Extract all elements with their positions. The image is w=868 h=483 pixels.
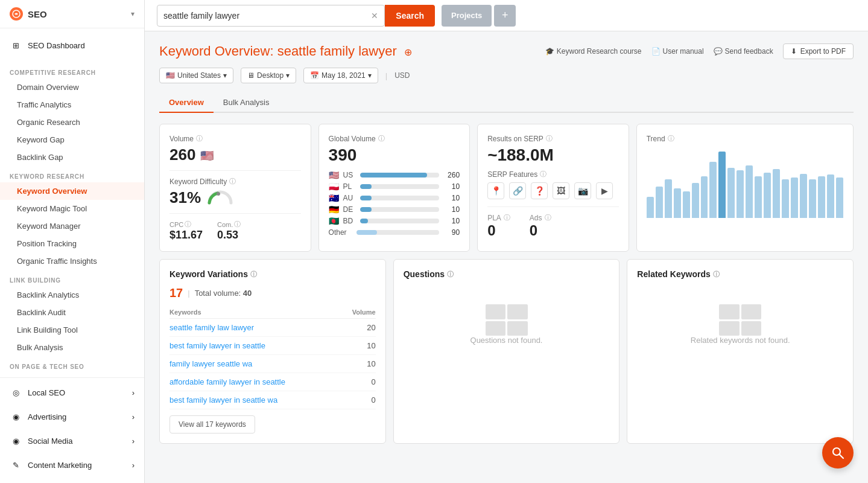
search-wrapper: ✕: [157, 5, 385, 27]
trend-bar: [755, 176, 762, 218]
sidebar-item-position-tracking[interactable]: Position Tracking: [0, 235, 144, 252]
projects-button[interactable]: Projects: [442, 5, 492, 27]
kv-count: 17: [169, 286, 183, 300]
sidebar-item-keyword-magic-tool[interactable]: Keyword Magic Tool: [0, 200, 144, 217]
volume-info-icon[interactable]: ⓘ: [196, 134, 203, 143]
kw-link[interactable]: best family lawyer in seattle wa: [169, 395, 277, 405]
search-button[interactable]: Search: [385, 5, 435, 27]
sidebar-item-traffic-analytics[interactable]: Traffic Analytics: [0, 96, 144, 114]
country-filter[interactable]: 🇺🇸 United States ▾: [159, 68, 233, 83]
sidebar-item-content-marketing[interactable]: ✎ Content Marketing ›: [0, 453, 144, 477]
com-info-icon[interactable]: ⓘ: [234, 220, 241, 229]
sidebar-item-advertising[interactable]: ◉ Advertising ›: [0, 405, 144, 429]
trend-bar: [718, 152, 726, 218]
table-row: family lawyer seattle wa10: [169, 355, 376, 373]
search-clear-icon[interactable]: ✕: [371, 11, 378, 21]
local-seo-label: Local SEO: [28, 388, 65, 397]
course-icon: 🎓: [545, 47, 554, 56]
serp-icon-image[interactable]: 🖼: [553, 182, 569, 199]
sidebar-section-keyword: KEYWORD RESEARCH Keyword Overview Keywor…: [0, 166, 144, 270]
trend-label: Trend ⓘ: [647, 134, 843, 143]
kw-link[interactable]: family lawyer seattle wa: [169, 359, 252, 368]
country-label: United States: [177, 71, 221, 80]
kw-keyword: seattle family law lawyer: [169, 319, 341, 337]
sidebar-section-onpage: ON PAGE & TECH SEO: [0, 356, 144, 373]
add-project-button[interactable]: +: [494, 5, 516, 27]
sidebar-item-domain-overview[interactable]: Domain Overview: [0, 78, 144, 96]
tab-bulk-analysis[interactable]: Bulk Analysis: [214, 93, 279, 113]
fab-search-button[interactable]: [822, 437, 854, 469]
view-all-keywords-button[interactable]: View all 17 keywords: [169, 415, 255, 433]
device-icon: 🖥: [247, 71, 255, 80]
sidebar-item-link-building-tool[interactable]: Link Building Tool: [0, 321, 144, 339]
cpc-com-row: CPC ⓘ $11.67 Com. ⓘ 0.53: [169, 220, 301, 242]
cpc-info-icon[interactable]: ⓘ: [185, 220, 191, 229]
col-volume: Volume: [341, 306, 376, 319]
serp-info-icon[interactable]: ⓘ: [546, 134, 553, 143]
serp-icon-play[interactable]: ▶: [596, 182, 613, 199]
kd-label: Keyword Difficulty ⓘ: [169, 177, 301, 186]
gv-flag-icon: 🇦🇺: [329, 194, 340, 202]
kv-info-icon[interactable]: ⓘ: [250, 270, 257, 279]
sidebar-item-keyword-gap[interactable]: Keyword Gap: [0, 131, 144, 149]
search-input[interactable]: [163, 11, 367, 21]
sidebar-item-local-seo[interactable]: ◎ Local SEO ›: [0, 380, 144, 405]
questions-info-icon[interactable]: ⓘ: [447, 270, 454, 279]
kw-link[interactable]: best family lawyer in seattle: [169, 341, 265, 350]
trend-bar: [737, 170, 744, 218]
serp-icon-photo[interactable]: 📷: [574, 182, 591, 199]
date-filter[interactable]: 📅 May 18, 2021 ▾: [303, 68, 378, 83]
dashboard-icon: ⊞: [10, 39, 22, 51]
sidebar-collapse-icon[interactable]: ▾: [131, 10, 135, 18]
serp-features-info-icon[interactable]: ⓘ: [540, 170, 546, 179]
kw-volume: 20: [341, 319, 376, 337]
trend-info-icon[interactable]: ⓘ: [668, 134, 674, 143]
add-keyword-icon[interactable]: ⊕: [404, 47, 412, 57]
serp-value: ~188.0M: [487, 146, 619, 165]
pla-info-icon[interactable]: ⓘ: [504, 213, 510, 222]
pla-block: PLA ⓘ 0: [487, 213, 510, 239]
filters-bar: 🇺🇸 United States ▾ 🖥 Desktop ▾ 📅 May 18,…: [159, 68, 854, 83]
sidebar-item-organic-research[interactable]: Organic Research: [0, 114, 144, 131]
pla-value: 0: [487, 222, 510, 239]
keyword-course-link[interactable]: 🎓 Keyword Research course: [545, 47, 642, 56]
sidebar-item-bulk-analysis[interactable]: Bulk Analysis: [0, 339, 144, 356]
sidebar-item-organic-traffic-insights[interactable]: Organic Traffic Insights: [0, 252, 144, 270]
sidebar-item-keyword-overview[interactable]: Keyword Overview: [0, 182, 144, 200]
sidebar-item-backlink-audit[interactable]: Backlink Audit: [0, 304, 144, 321]
user-manual-link[interactable]: 📄 User manual: [651, 47, 704, 56]
related-keywords-info-icon[interactable]: ⓘ: [713, 270, 720, 279]
tab-overview[interactable]: Overview: [159, 93, 214, 113]
sidebar-item-backlink-analytics[interactable]: Backlink Analytics: [0, 286, 144, 304]
kw-volume: 10: [341, 355, 376, 373]
serp-icons-row: 📍 🔗 ❓ 🖼 📷 ▶: [487, 182, 619, 199]
dashboard-label: SEO Dashboard: [28, 41, 85, 50]
sidebar-item-backlink-gap[interactable]: Backlink Gap: [0, 149, 144, 166]
serp-icon-map[interactable]: 📍: [487, 182, 504, 199]
export-pdf-button[interactable]: ⬇ Export to PDF: [783, 43, 854, 59]
kw-link[interactable]: affordable family lawyer in seattle: [169, 377, 285, 386]
gv-num: 10: [443, 182, 460, 191]
page-header: Keyword Overview: seattle family lawyer …: [159, 43, 854, 59]
date-icon: 📅: [310, 71, 319, 80]
trend-bar: [764, 173, 771, 218]
keyword-variations-rows: seattle family law lawyer20best family l…: [169, 319, 376, 409]
gv-info-icon[interactable]: ⓘ: [378, 134, 385, 143]
serp-icon-link[interactable]: 🔗: [509, 182, 526, 199]
kw-link[interactable]: seattle family law lawyer: [169, 323, 254, 332]
sidebar-item-seo-dashboard[interactable]: ⊞ SEO Dashboard: [0, 33, 144, 57]
page-title-keyword: seattle family lawyer: [277, 43, 397, 59]
sidebar-item-social-media[interactable]: ◉ Social Media ›: [0, 429, 144, 453]
serp-icon-question[interactable]: ❓: [531, 182, 548, 199]
feedback-label: Send feedback: [725, 47, 773, 56]
ads-info-icon[interactable]: ⓘ: [545, 213, 551, 222]
topbar: ✕ Search Projects +: [145, 0, 868, 31]
sidebar-item-keyword-manager[interactable]: Keyword Manager: [0, 217, 144, 235]
sidebar-logo[interactable]: SEO: [10, 7, 47, 21]
table-row: best family lawyer in seattle wa0: [169, 391, 376, 409]
gv-row: 🇵🇱PL10: [329, 182, 460, 191]
kd-info-icon[interactable]: ⓘ: [229, 177, 236, 186]
send-feedback-link[interactable]: 💬 Send feedback: [714, 47, 773, 56]
device-filter[interactable]: 🖥 Desktop ▾: [241, 68, 296, 83]
trend-bar: [674, 188, 681, 218]
